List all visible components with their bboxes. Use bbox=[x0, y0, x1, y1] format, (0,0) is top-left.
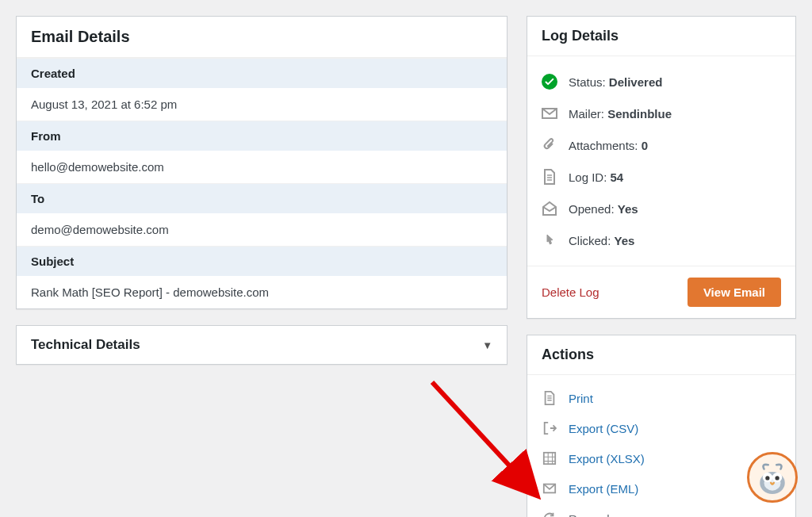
subject-label: Subject bbox=[17, 246, 507, 276]
opened-item: Opened: Yes bbox=[542, 193, 781, 224]
email-details-card: Email Details Created August 13, 2021 at… bbox=[16, 16, 508, 309]
chevron-down-icon: ▼ bbox=[482, 339, 492, 351]
resend-action[interactable]: Resend bbox=[542, 504, 781, 517]
subject-value: Rank Math [SEO Report] - demowebsite.com bbox=[17, 276, 507, 308]
to-label: To bbox=[17, 183, 507, 213]
clicked-value: Yes bbox=[615, 234, 635, 247]
log-details-list: Status: Delivered Mailer: Sendinblue bbox=[527, 56, 795, 266]
opened-label: Opened: bbox=[569, 202, 618, 216]
spreadsheet-icon bbox=[542, 450, 557, 466]
attachments-value: 0 bbox=[642, 139, 648, 152]
created-row: Created August 13, 2021 at 6:52 pm bbox=[17, 58, 507, 121]
created-value: August 13, 2021 at 6:52 pm bbox=[17, 88, 507, 121]
technical-details-title: Technical Details bbox=[31, 337, 140, 353]
export-csv-action[interactable]: Export (CSV) bbox=[542, 413, 781, 443]
svg-point-11 bbox=[776, 476, 779, 480]
technical-details-toggle[interactable]: Technical Details ▼ bbox=[16, 325, 508, 365]
subject-row: Subject Rank Math [SEO Report] - demoweb… bbox=[17, 246, 507, 308]
file-icon bbox=[542, 169, 557, 185]
log-id-item: Log ID: 54 bbox=[542, 161, 781, 193]
svg-point-10 bbox=[765, 476, 769, 480]
email-details-title: Email Details bbox=[17, 17, 507, 58]
mailer-item: Mailer: Sendinblue bbox=[542, 98, 781, 129]
export-eml-label: Export (EML) bbox=[569, 482, 638, 496]
pointer-icon bbox=[542, 232, 557, 248]
from-label: From bbox=[17, 121, 507, 151]
envelope-icon bbox=[542, 105, 557, 121]
print-icon bbox=[542, 390, 557, 406]
check-circle-icon bbox=[542, 74, 557, 90]
log-details-card: Log Details Status: Delivered Mailer: bbox=[527, 16, 796, 319]
log-id-label: Log ID: bbox=[569, 170, 611, 184]
delete-log-link[interactable]: Delete Log bbox=[542, 285, 599, 299]
created-label: Created bbox=[17, 58, 507, 88]
from-value: hello@demowebsite.com bbox=[17, 151, 507, 183]
print-label: Print bbox=[569, 392, 593, 405]
print-action[interactable]: Print bbox=[542, 383, 781, 413]
clicked-label: Clicked: bbox=[569, 234, 615, 247]
svg-rect-1 bbox=[544, 453, 555, 464]
to-value: demo@demowebsite.com bbox=[17, 213, 507, 246]
attachments-label: Attachments: bbox=[569, 139, 642, 152]
actions-title: Actions bbox=[527, 335, 795, 375]
status-item: Status: Delivered bbox=[542, 66, 781, 98]
to-row: To demo@demowebsite.com bbox=[17, 183, 507, 246]
help-mascot-button[interactable] bbox=[747, 452, 798, 503]
status-value: Delivered bbox=[609, 75, 663, 89]
export-xlsx-label: Export (XLSX) bbox=[569, 452, 645, 465]
resend-label: Resend bbox=[569, 512, 610, 518]
log-id-value: 54 bbox=[611, 170, 624, 184]
status-label: Status: bbox=[569, 75, 609, 89]
paperclip-icon bbox=[542, 137, 557, 153]
export-xlsx-action[interactable]: Export (XLSX) bbox=[542, 443, 781, 473]
export-eml-action[interactable]: Export (EML) bbox=[542, 473, 781, 504]
envelope-open-icon bbox=[542, 201, 557, 216]
log-details-title: Log Details bbox=[527, 17, 795, 56]
mailer-label: Mailer: bbox=[569, 107, 607, 121]
mail-icon bbox=[542, 481, 557, 496]
mailer-value: Sendinblue bbox=[607, 107, 672, 121]
export-csv-label: Export (CSV) bbox=[569, 422, 638, 435]
attachments-item: Attachments: 0 bbox=[542, 129, 781, 161]
refresh-icon bbox=[542, 511, 557, 517]
view-email-button[interactable]: View Email bbox=[688, 278, 781, 307]
from-row: From hello@demowebsite.com bbox=[17, 121, 507, 183]
export-icon bbox=[542, 420, 557, 436]
opened-value: Yes bbox=[618, 202, 638, 216]
clicked-item: Clicked: Yes bbox=[542, 224, 781, 256]
